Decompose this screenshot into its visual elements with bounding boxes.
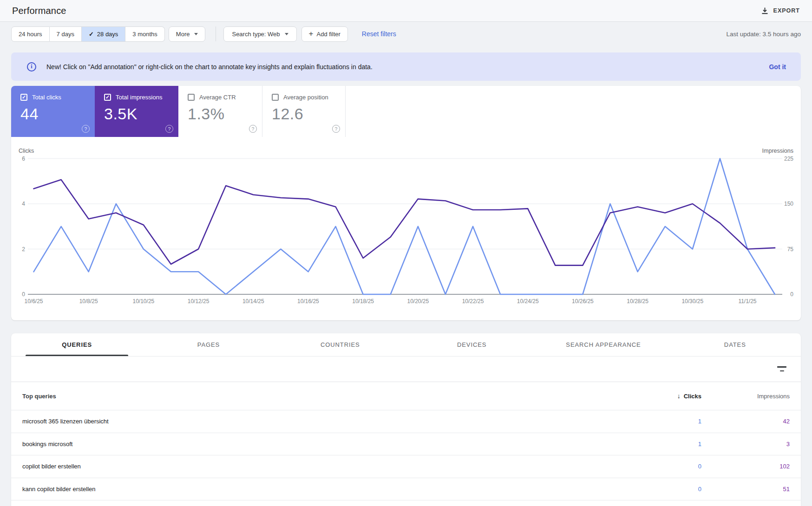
unchecked-checkbox[interactable] <box>272 94 279 101</box>
unchecked-checkbox[interactable] <box>188 94 195 101</box>
table-body: microsoft 365 lizenzen übersicht142booki… <box>11 410 801 500</box>
column-header-top-queries[interactable]: Top queries <box>11 393 641 400</box>
tab-search-appearance[interactable]: SEARCH APPEARANCE <box>537 333 669 356</box>
toolbar-divider <box>216 26 216 41</box>
metric-label: Average position <box>283 94 328 101</box>
tab-dates[interactable]: DATES <box>669 333 801 356</box>
timeseries-chart[interactable]: ClicksImpressions024607515022510/6/2510/… <box>11 137 801 320</box>
x-axis-tick: 10/24/25 <box>517 298 539 305</box>
left-axis-tick: 2 <box>22 246 25 253</box>
left-axis-tick: 4 <box>22 201 25 207</box>
clicks-cell: 0 <box>641 463 701 470</box>
right-axis-tick: 75 <box>787 246 794 253</box>
right-axis-title: Impressions <box>762 148 793 154</box>
query-cell: copilot bilder erstellen <box>11 463 641 470</box>
table-row[interactable]: bookings microsoft13 <box>11 433 801 455</box>
metric-value: 1.3% <box>188 105 262 123</box>
x-axis-tick: 10/20/25 <box>407 298 429 305</box>
query-cell: bookings microsoft <box>11 441 641 448</box>
query-cell: kann copilot bilder erstellen <box>11 486 641 493</box>
date-range-3-months[interactable]: 3 months <box>125 26 164 42</box>
x-axis-tick: 10/14/25 <box>242 298 264 305</box>
filter-toolbar: 24 hours7 days✓28 days3 months More Sear… <box>11 26 801 42</box>
date-range-7-days[interactable]: 7 days <box>50 26 82 42</box>
x-axis-tick: 10/26/25 <box>572 298 594 305</box>
dimensions-table-card: QUERIESPAGESCOUNTRIESDEVICESSEARCH APPEA… <box>11 333 801 506</box>
query-cell: microsoft 365 lizenzen übersicht <box>11 418 641 425</box>
table-header-row: Top queries ↓Clicks Impressions <box>11 382 801 410</box>
impressions-line-series <box>34 180 775 266</box>
table-toolbar <box>11 357 801 382</box>
metric-label: Total clicks <box>32 94 61 101</box>
metric-value: 3.5K <box>104 105 178 123</box>
date-range-28-days[interactable]: ✓28 days <box>82 26 125 42</box>
metric-value: 44 <box>20 105 95 123</box>
top-header-bar: Performance EXPORT <box>0 0 812 22</box>
metric-card-average-ctr[interactable]: Average CTR1.3%? <box>178 86 262 137</box>
x-axis-tick: 11/1/25 <box>738 298 756 305</box>
tab-pages[interactable]: PAGES <box>143 333 274 356</box>
date-range-label: 24 hours <box>19 31 42 38</box>
right-axis-tick: 225 <box>784 156 793 162</box>
tab-devices[interactable]: DEVICES <box>406 333 537 356</box>
right-axis-tick: 0 <box>790 291 793 298</box>
sort-desc-arrow-icon: ↓ <box>677 392 681 400</box>
right-axis-tick: 150 <box>784 201 793 207</box>
checked-checkbox[interactable]: ✓ <box>20 94 27 101</box>
table-row-partial <box>11 500 801 506</box>
more-label: More <box>176 31 190 38</box>
x-axis-tick: 10/18/25 <box>352 298 374 305</box>
table-row[interactable]: copilot bilder erstellen0102 <box>11 455 801 478</box>
date-range-label: 7 days <box>57 31 74 38</box>
last-update-text: Last update: 3.5 hours ago <box>726 31 801 38</box>
clicks-cell: 1 <box>641 418 701 425</box>
x-axis-tick: 10/16/25 <box>297 298 319 305</box>
plus-icon: + <box>309 29 314 39</box>
clicks-cell: 0 <box>641 486 701 493</box>
table-row[interactable]: kann copilot bilder erstellen051 <box>11 478 801 500</box>
metric-label: Average CTR <box>199 94 236 101</box>
impressions-cell: 51 <box>701 486 801 493</box>
clicks-cell: 1 <box>641 441 701 448</box>
table-row[interactable]: microsoft 365 lizenzen übersicht142 <box>11 410 801 433</box>
left-axis-tick: 0 <box>22 291 25 298</box>
help-icon[interactable]: ? <box>82 125 90 133</box>
column-header-impressions[interactable]: Impressions <box>701 393 801 400</box>
metric-card-average-position[interactable]: Average position12.6? <box>262 86 346 137</box>
chevron-down-icon <box>194 33 198 35</box>
tab-queries[interactable]: QUERIES <box>11 333 143 356</box>
checkmark-icon: ✓ <box>89 31 94 38</box>
export-button[interactable]: EXPORT <box>761 7 800 15</box>
x-axis-tick: 10/22/25 <box>462 298 484 305</box>
help-icon[interactable]: ? <box>332 125 340 133</box>
help-icon[interactable]: ? <box>249 125 257 133</box>
performance-chart-card: ✓Total clicks44?✓Total impressions3.5K?A… <box>11 86 801 320</box>
checked-checkbox[interactable]: ✓ <box>104 94 111 101</box>
tab-countries[interactable]: COUNTRIES <box>275 333 406 356</box>
more-dropdown[interactable]: More <box>169 26 206 42</box>
got-it-button[interactable]: Got it <box>769 63 786 71</box>
add-filter-label: Add filter <box>317 31 341 38</box>
metric-card-total-impressions[interactable]: ✓Total impressions3.5K? <box>95 86 178 137</box>
search-type-label: Search type: Web <box>232 31 280 38</box>
add-filter-button[interactable]: + Add filter <box>301 26 348 42</box>
x-axis-tick: 10/12/25 <box>188 298 210 305</box>
metric-cards-row: ✓Total clicks44?✓Total impressions3.5K?A… <box>11 86 801 137</box>
filter-icon[interactable] <box>777 364 787 374</box>
export-label: EXPORT <box>773 7 800 14</box>
impressions-cell: 42 <box>701 418 801 425</box>
date-range-group: 24 hours7 days✓28 days3 months <box>11 26 165 42</box>
reset-filters-link[interactable]: Reset filters <box>362 30 396 38</box>
dimension-tabs: QUERIESPAGESCOUNTRIESDEVICESSEARCH APPEA… <box>11 333 801 357</box>
date-range-label: 28 days <box>97 31 118 38</box>
column-header-clicks[interactable]: ↓Clicks <box>641 392 701 400</box>
date-range-label: 3 months <box>132 31 157 38</box>
date-range-24-hours[interactable]: 24 hours <box>11 26 50 42</box>
metric-card-total-clicks[interactable]: ✓Total clicks44? <box>11 86 95 137</box>
banner-message: New! Click on "Add annotation" or right-… <box>46 63 373 71</box>
x-axis-tick: 10/8/25 <box>79 298 98 305</box>
search-type-dropdown[interactable]: Search type: Web <box>223 26 296 42</box>
help-icon[interactable]: ? <box>165 125 173 133</box>
chevron-down-icon <box>285 33 288 35</box>
x-axis-tick: 10/30/25 <box>681 298 703 305</box>
